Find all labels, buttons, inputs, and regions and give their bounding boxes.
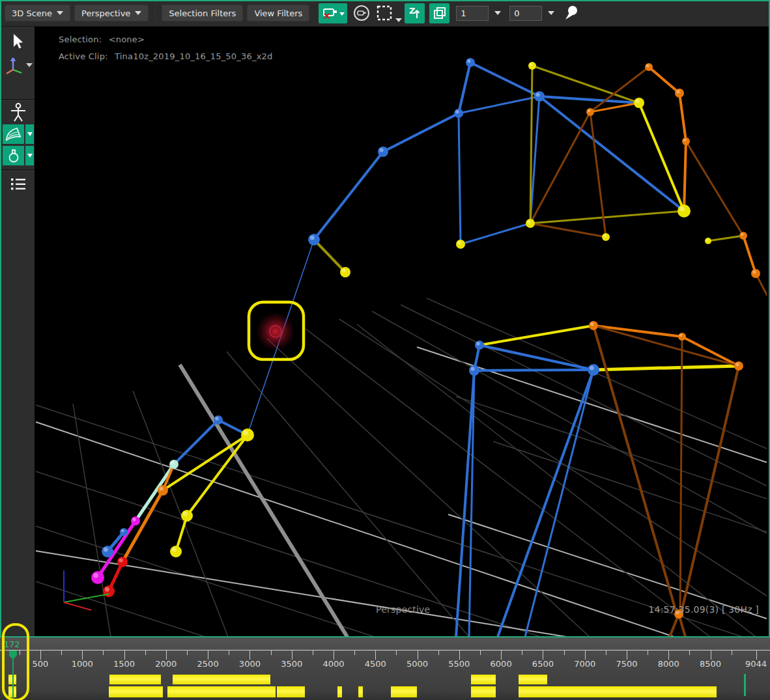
main-toolbar: 3D Scene Perspective Selection Filters V… bbox=[0, 0, 770, 27]
transform-tool-button[interactable] bbox=[3, 54, 33, 76]
timecode-label: 14:57:35.09(3) [ 30Hz ] bbox=[648, 604, 759, 615]
timeline-panel[interactable]: 5001000150020002500300035004000450050005… bbox=[0, 637, 770, 700]
tick bbox=[606, 651, 606, 655]
keyframe-range-bar bbox=[337, 686, 342, 697]
keyframe-range-bar bbox=[519, 686, 717, 697]
tick bbox=[543, 651, 543, 660]
tick bbox=[250, 651, 250, 660]
view-selector-label: Perspective bbox=[81, 8, 130, 18]
chevron-down-icon bbox=[395, 18, 402, 22]
keyframe-range-bar bbox=[358, 686, 363, 697]
frame-step-dropdown[interactable] bbox=[492, 5, 503, 21]
tick bbox=[522, 651, 522, 655]
tick bbox=[20, 651, 20, 655]
marker-display-button[interactable] bbox=[3, 146, 24, 165]
active-clip-status: Active Clip: Tina10z_2019_10_16_15_50_36… bbox=[59, 51, 272, 61]
tick-label: 7000 bbox=[574, 659, 595, 669]
frame-step-field[interactable]: 1 bbox=[456, 6, 489, 21]
selection-filters-button[interactable]: Selection Filters bbox=[162, 5, 243, 21]
sidebar-separator bbox=[1, 169, 35, 171]
timeline-ruler[interactable] bbox=[0, 650, 770, 651]
selection-status: Selection: <none> bbox=[59, 35, 145, 44]
keyframe-range-bar bbox=[277, 686, 305, 697]
duplicate-layers-button[interactable] bbox=[429, 3, 449, 23]
tick bbox=[82, 651, 83, 660]
tick-label: 8500 bbox=[700, 659, 721, 669]
tick bbox=[689, 651, 690, 655]
tick bbox=[145, 651, 146, 655]
offset-field[interactable]: 0 bbox=[509, 6, 542, 21]
tick bbox=[208, 651, 208, 660]
scene-canvas[interactable] bbox=[35, 27, 767, 636]
range-end-marker[interactable] bbox=[744, 674, 746, 696]
marker-bulb-icon bbox=[7, 148, 21, 163]
chevron-down-icon bbox=[27, 132, 33, 136]
axis-manipulator-icon bbox=[4, 55, 26, 75]
camera-circle-icon bbox=[352, 4, 371, 22]
tick bbox=[103, 651, 104, 655]
keyframe-range-bar bbox=[109, 686, 163, 697]
camera-coverage-dropdown[interactable] bbox=[25, 124, 34, 144]
offset-dropdown[interactable] bbox=[546, 5, 556, 21]
tick bbox=[313, 651, 313, 655]
tick bbox=[501, 651, 502, 660]
comment-button[interactable] bbox=[563, 3, 580, 23]
tick-label: 1000 bbox=[72, 659, 93, 669]
select-tool-button[interactable] bbox=[3, 31, 33, 53]
tick bbox=[564, 651, 565, 655]
z-up-icon: Z bbox=[407, 5, 423, 21]
view-filters-button[interactable]: View Filters bbox=[247, 5, 309, 21]
current-frame-label: 172 bbox=[4, 639, 20, 649]
view-selector-button[interactable]: Perspective bbox=[74, 5, 149, 21]
tick bbox=[711, 651, 711, 660]
keyframe-range-bar bbox=[471, 675, 496, 684]
chevron-down-icon bbox=[135, 11, 141, 15]
scene-selector-button[interactable]: 3D Scene bbox=[5, 5, 70, 21]
active-clip-value: Tina10z_2019_10_16_15_50_36_x2d bbox=[115, 51, 272, 61]
tick-label: 7500 bbox=[616, 659, 637, 669]
tick bbox=[187, 651, 188, 655]
tick bbox=[438, 651, 439, 655]
z-up-button[interactable]: Z bbox=[405, 3, 425, 23]
camera-coverage-button[interactable] bbox=[3, 124, 24, 144]
tick bbox=[480, 651, 481, 655]
view-filters-label: View Filters bbox=[254, 8, 302, 18]
tick bbox=[585, 651, 586, 660]
marquee-select-button[interactable] bbox=[376, 3, 402, 23]
frame-step-value: 1 bbox=[461, 8, 466, 18]
keyframe-range-bar bbox=[519, 675, 547, 684]
chevron-down-icon bbox=[26, 63, 33, 67]
tick bbox=[648, 651, 648, 655]
tick bbox=[334, 651, 334, 660]
list-view-button[interactable] bbox=[3, 174, 33, 195]
sidebar-separator bbox=[1, 99, 35, 101]
tick bbox=[418, 651, 418, 660]
keyframe-range-bar bbox=[109, 675, 161, 684]
tick bbox=[292, 651, 292, 660]
layers-icon bbox=[432, 5, 448, 21]
cursor-icon bbox=[10, 33, 26, 50]
floor-grid bbox=[36, 298, 767, 636]
svg-text:Z: Z bbox=[409, 6, 415, 16]
tick bbox=[459, 651, 460, 660]
tick bbox=[40, 651, 41, 660]
playhead-line bbox=[12, 657, 14, 700]
tick bbox=[229, 651, 229, 655]
keyframe-range-bar bbox=[391, 686, 417, 697]
tick bbox=[271, 651, 272, 655]
tick-label: 3000 bbox=[239, 659, 261, 669]
character-tool-button[interactable] bbox=[3, 102, 33, 123]
camera-off-icon bbox=[321, 5, 345, 21]
keyframe-range-bar bbox=[173, 675, 270, 684]
tick-label: 6000 bbox=[491, 659, 512, 669]
marker-display-dropdown[interactable] bbox=[25, 146, 34, 165]
selection-value: <none> bbox=[109, 35, 145, 44]
camera-circle-button[interactable] bbox=[352, 3, 371, 23]
tick-label: 500 bbox=[33, 659, 49, 669]
camera-off-button[interactable] bbox=[319, 3, 347, 23]
active-clip-label: Active Clip: bbox=[59, 51, 108, 61]
toolbar-separator bbox=[154, 5, 155, 21]
tick bbox=[732, 651, 732, 655]
tpose-person-icon bbox=[10, 103, 27, 122]
3d-viewport[interactable]: Selection: <none> Active Clip: Tina10z_2… bbox=[35, 27, 767, 636]
